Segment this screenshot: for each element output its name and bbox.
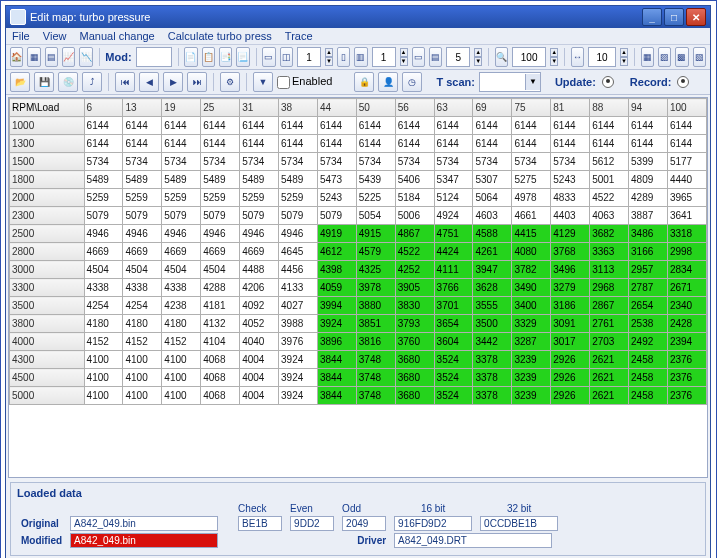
table-cell[interactable]: 2340 [667, 297, 706, 315]
spin5-input[interactable] [588, 47, 616, 67]
table-cell[interactable]: 5489 [84, 171, 123, 189]
row-header[interactable]: 2300 [10, 207, 85, 225]
row-header[interactable]: 1000 [10, 117, 85, 135]
col-header[interactable]: 50 [356, 99, 395, 117]
row-header[interactable]: 2000 [10, 189, 85, 207]
tool-first-icon[interactable]: ⏮ [115, 72, 135, 92]
tool-export-icon[interactable]: ⤴ [82, 72, 102, 92]
tool-marker-icon[interactable]: ▼ [253, 72, 273, 92]
row-header[interactable]: 5000 [10, 387, 85, 405]
table-cell[interactable]: 5259 [123, 189, 162, 207]
minimize-button[interactable]: _ [642, 8, 662, 26]
table-cell[interactable]: 5079 [240, 207, 279, 225]
table-cell[interactable]: 3680 [395, 369, 434, 387]
tool-clock-icon[interactable]: ◷ [402, 72, 422, 92]
table-cell[interactable]: 4111 [434, 261, 473, 279]
tool-chart1-icon[interactable]: 📈 [62, 47, 75, 67]
table-cell[interactable]: 4180 [162, 315, 201, 333]
table-cell[interactable]: 3524 [434, 351, 473, 369]
table-cell[interactable]: 4504 [123, 261, 162, 279]
table-cell[interactable]: 4338 [162, 279, 201, 297]
table-cell[interactable]: 5489 [201, 171, 240, 189]
table-cell[interactable]: 4669 [240, 243, 279, 261]
table-cell[interactable]: 3793 [395, 315, 434, 333]
table-cell[interactable]: 4100 [84, 351, 123, 369]
table-cell[interactable]: 4100 [84, 387, 123, 405]
tool-grid1-icon[interactable]: ▦ [27, 47, 40, 67]
table-cell[interactable]: 3496 [551, 261, 590, 279]
table-cell[interactable]: 3766 [434, 279, 473, 297]
table-cell[interactable]: 5734 [317, 153, 356, 171]
table-cell[interactable]: 4579 [356, 243, 395, 261]
table-cell[interactable]: 4068 [201, 351, 240, 369]
col-header[interactable]: 94 [629, 99, 668, 117]
table-cell[interactable]: 6144 [473, 135, 512, 153]
spin1-spinner[interactable]: ▲▼ [325, 48, 333, 66]
table-cell[interactable]: 5225 [356, 189, 395, 207]
table-cell[interactable]: 3748 [356, 387, 395, 405]
table-cell[interactable]: 4645 [279, 243, 318, 261]
table-cell[interactable]: 3924 [317, 315, 356, 333]
table-cell[interactable]: 6144 [629, 135, 668, 153]
table-cell[interactable]: 3887 [629, 207, 668, 225]
tool-doc2-icon[interactable]: 📋 [202, 47, 215, 67]
table-cell[interactable]: 2926 [551, 351, 590, 369]
table-cell[interactable]: 3091 [551, 315, 590, 333]
spin4-spinner[interactable]: ▲▼ [550, 48, 558, 66]
table-cell[interactable]: 6144 [590, 135, 629, 153]
tool-col2-icon[interactable]: ▥ [354, 47, 367, 67]
table-cell[interactable]: 5243 [551, 171, 590, 189]
table-cell[interactable]: 3239 [512, 351, 551, 369]
table-cell[interactable]: 2867 [590, 297, 629, 315]
table-cell[interactable]: 6144 [240, 135, 279, 153]
row-header[interactable]: 3500 [10, 297, 85, 315]
col-header[interactable]: 75 [512, 99, 551, 117]
table-cell[interactable]: 2376 [667, 351, 706, 369]
spin2-spinner[interactable]: ▲▼ [400, 48, 408, 66]
table-cell[interactable]: 3378 [473, 387, 512, 405]
table-cell[interactable]: 3816 [356, 333, 395, 351]
table-cell[interactable]: 5439 [356, 171, 395, 189]
menu-trace[interactable]: Trace [285, 30, 313, 42]
col-header[interactable]: 63 [434, 99, 473, 117]
table-cell[interactable]: 4252 [395, 261, 434, 279]
table-cell[interactable]: 4206 [240, 279, 279, 297]
row-header[interactable]: 2500 [10, 225, 85, 243]
table-cell[interactable]: 2671 [667, 279, 706, 297]
tool-grid2-icon[interactable]: ▤ [45, 47, 58, 67]
table-cell[interactable]: 3113 [590, 261, 629, 279]
table-cell[interactable]: 5734 [395, 153, 434, 171]
tool-layout2-icon[interactable]: ◫ [280, 47, 293, 67]
table-cell[interactable]: 5079 [84, 207, 123, 225]
table-cell[interactable]: 4924 [434, 207, 473, 225]
close-button[interactable]: ✕ [686, 8, 706, 26]
table-cell[interactable]: 4152 [84, 333, 123, 351]
table-cell[interactable]: 4325 [356, 261, 395, 279]
mod-input[interactable] [136, 47, 172, 67]
table-cell[interactable]: 3239 [512, 387, 551, 405]
table-cell[interactable]: 3760 [395, 333, 434, 351]
driver-field[interactable]: A842_049.DRT [394, 533, 552, 548]
table-cell[interactable]: 2926 [551, 369, 590, 387]
col-header[interactable]: 19 [162, 99, 201, 117]
table-cell[interactable]: 3017 [551, 333, 590, 351]
table-cell[interactable]: 2998 [667, 243, 706, 261]
table-cell[interactable]: 3641 [667, 207, 706, 225]
table-cell[interactable]: 3844 [317, 369, 356, 387]
table-cell[interactable]: 3880 [356, 297, 395, 315]
tscan-combo[interactable]: ▼ [479, 72, 541, 92]
table-cell[interactable]: 3524 [434, 369, 473, 387]
tool-prev-icon[interactable]: ◀ [139, 72, 159, 92]
table-cell[interactable]: 5259 [162, 189, 201, 207]
table-cell[interactable]: 2621 [590, 351, 629, 369]
table-cell[interactable]: 4978 [512, 189, 551, 207]
spin2-input[interactable] [372, 47, 396, 67]
table-cell[interactable]: 3486 [629, 225, 668, 243]
table-cell[interactable]: 6144 [162, 135, 201, 153]
table-cell[interactable]: 4867 [395, 225, 434, 243]
table-cell[interactable]: 5734 [279, 153, 318, 171]
table-cell[interactable]: 5347 [434, 171, 473, 189]
table-cell[interactable]: 5079 [279, 207, 318, 225]
table-cell[interactable]: 2787 [629, 279, 668, 297]
table-cell[interactable]: 3490 [512, 279, 551, 297]
